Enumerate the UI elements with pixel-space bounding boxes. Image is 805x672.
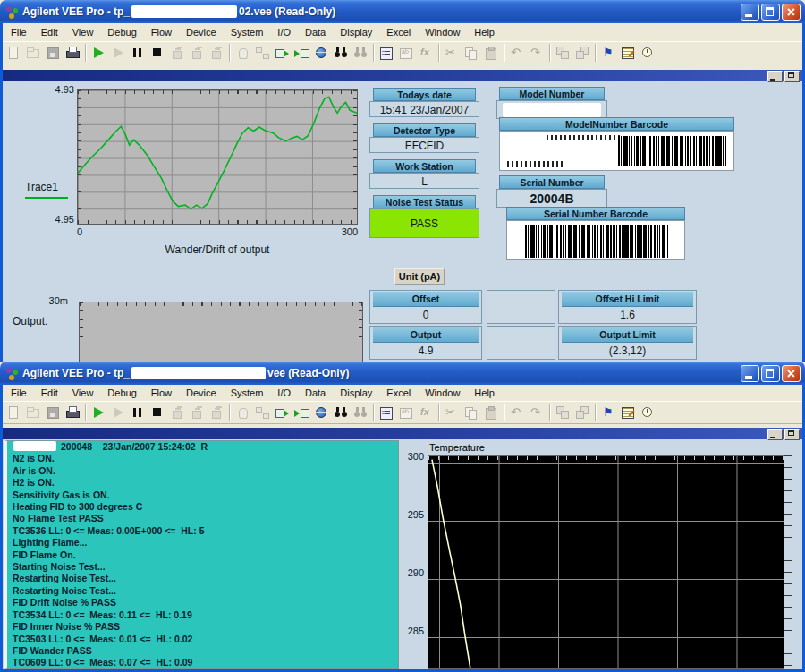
add-terminal-button[interactable] — [292, 403, 311, 422]
menu-system[interactable]: System — [224, 386, 271, 400]
run-button[interactable] — [89, 43, 108, 63]
menu-debug[interactable]: Debug — [100, 25, 143, 39]
unit-button[interactable]: Unit (pA) — [394, 268, 445, 285]
resume-button[interactable] — [108, 43, 128, 63]
maximize-button[interactable] — [761, 365, 780, 382]
open-file-button[interactable] — [23, 403, 43, 422]
find-button[interactable] — [331, 43, 351, 63]
print-button[interactable] — [63, 403, 82, 422]
formula-button[interactable] — [416, 43, 436, 63]
pan-button[interactable] — [233, 403, 252, 422]
add-terminal-button[interactable] — [292, 43, 311, 63]
menu-help[interactable]: Help — [467, 25, 502, 39]
minimize-button[interactable] — [741, 365, 759, 382]
menu-system[interactable]: System — [224, 25, 271, 39]
log-console[interactable]: 200048 23/Jan/2007 15:24:02 RN2 is ON.Ai… — [4, 440, 399, 669]
reorder-button[interactable] — [572, 403, 592, 422]
text-note-button[interactable] — [396, 403, 416, 422]
clean-up-lines-button[interactable] — [553, 43, 572, 63]
child-minimize-button[interactable] — [767, 429, 783, 440]
copy-button[interactable] — [462, 43, 481, 63]
autoconnect-button[interactable] — [252, 403, 272, 422]
minimize-button[interactable] — [741, 4, 759, 21]
pause-button[interactable] — [128, 43, 148, 63]
redo-button[interactable] — [527, 403, 547, 422]
find-next-button[interactable] — [351, 43, 370, 63]
profiler-button[interactable] — [638, 43, 657, 63]
properties-button[interactable] — [377, 43, 396, 63]
pan-button[interactable] — [233, 43, 252, 63]
menu-data[interactable]: Data — [298, 25, 333, 39]
find-button[interactable] — [331, 403, 351, 422]
menu-display[interactable]: Display — [333, 386, 379, 400]
child-minimize-button[interactable] — [767, 71, 783, 82]
menu-window[interactable]: Window — [418, 25, 467, 39]
menu-i-o[interactable]: I/O — [270, 25, 298, 39]
cut-button[interactable] — [442, 403, 462, 422]
close-button[interactable] — [782, 4, 801, 21]
resume-button[interactable] — [108, 403, 128, 422]
step-out-button[interactable] — [207, 43, 226, 63]
save-button[interactable] — [43, 403, 63, 422]
copy-button[interactable] — [462, 403, 481, 422]
menu-window[interactable]: Window — [418, 386, 467, 400]
maximize-button[interactable] — [761, 4, 780, 21]
menu-edit[interactable]: Edit — [34, 386, 65, 400]
child-maximize-button[interactable] — [784, 429, 800, 440]
step-into-button[interactable] — [167, 43, 187, 63]
web-button[interactable] — [311, 403, 331, 422]
web-button[interactable] — [311, 43, 331, 63]
undo-button[interactable] — [507, 403, 527, 422]
run-button[interactable] — [89, 403, 108, 422]
program-properties-button[interactable] — [618, 403, 638, 422]
menu-data[interactable]: Data — [298, 386, 333, 400]
step-over-button[interactable] — [187, 403, 207, 422]
new-file-button[interactable] — [4, 403, 23, 422]
menu-view[interactable]: View — [65, 386, 101, 400]
find-next-button[interactable] — [351, 403, 370, 422]
menu-excel[interactable]: Excel — [379, 25, 418, 39]
paste-button[interactable] — [481, 403, 501, 422]
formula-button[interactable] — [416, 403, 436, 422]
default-prefs-button[interactable] — [598, 43, 618, 63]
step-over-button[interactable] — [187, 43, 207, 63]
clean-up-lines-button[interactable] — [553, 403, 572, 422]
close-button[interactable] — [782, 365, 801, 382]
pause-button[interactable] — [128, 403, 148, 422]
menu-flow[interactable]: Flow — [144, 25, 179, 39]
menu-view[interactable]: View — [65, 25, 101, 39]
step-out-button[interactable] — [207, 403, 226, 422]
print-button[interactable] — [63, 43, 82, 63]
add-object-button[interactable] — [272, 403, 292, 422]
menu-file[interactable]: File — [4, 386, 34, 400]
titlebar[interactable]: Agilent VEE Pro - tp_ vee (Read-Only) — [0, 362, 805, 385]
program-properties-button[interactable] — [618, 43, 638, 63]
menu-i-o[interactable]: I/O — [270, 386, 298, 400]
menu-excel[interactable]: Excel — [379, 386, 418, 400]
step-into-button[interactable] — [167, 403, 187, 422]
save-button[interactable] — [43, 43, 63, 63]
menu-debug[interactable]: Debug — [100, 386, 143, 400]
default-prefs-button[interactable] — [598, 403, 618, 422]
reorder-button[interactable] — [572, 43, 592, 63]
menu-device[interactable]: Device — [179, 25, 224, 39]
stop-button[interactable] — [148, 43, 167, 63]
menu-device[interactable]: Device — [179, 386, 224, 400]
paste-button[interactable] — [481, 43, 501, 63]
menu-edit[interactable]: Edit — [34, 25, 65, 39]
child-maximize-button[interactable] — [784, 71, 800, 82]
undo-button[interactable] — [507, 43, 527, 63]
menu-file[interactable]: File — [4, 25, 34, 39]
autoconnect-button[interactable] — [252, 43, 272, 63]
profiler-button[interactable] — [638, 403, 657, 422]
menu-display[interactable]: Display — [333, 25, 379, 39]
text-note-button[interactable] — [396, 43, 416, 63]
redo-button[interactable] — [527, 43, 547, 63]
titlebar[interactable]: Agilent VEE Pro - tp_ 02.vee (Read-Only) — [0, 0, 805, 23]
open-file-button[interactable] — [23, 43, 43, 63]
menu-help[interactable]: Help — [467, 386, 502, 400]
stop-button[interactable] — [148, 403, 167, 422]
new-file-button[interactable] — [4, 43, 23, 63]
properties-button[interactable] — [377, 403, 396, 422]
menu-flow[interactable]: Flow — [144, 386, 179, 400]
